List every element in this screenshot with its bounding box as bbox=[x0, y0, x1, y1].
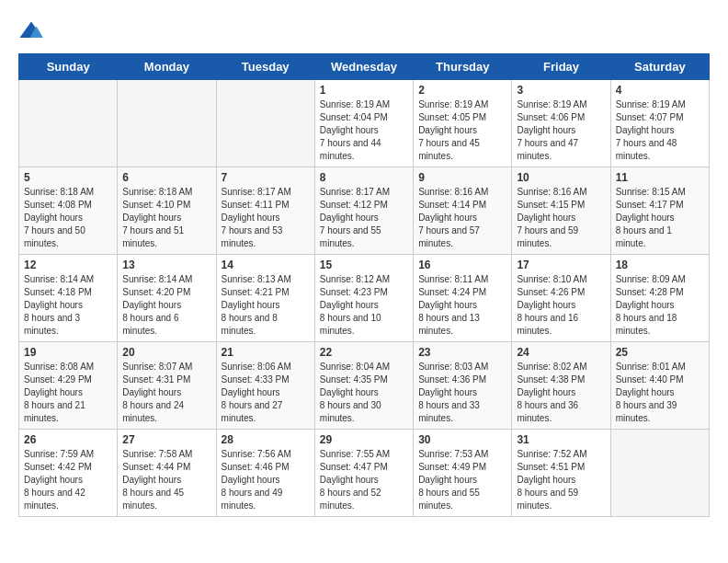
day-info: Sunrise: 8:13 AMSunset: 4:21 PMDaylight … bbox=[222, 273, 310, 338]
logo-icon bbox=[18, 18, 44, 44]
day-info: Sunrise: 8:19 AMSunset: 4:06 PMDaylight … bbox=[517, 98, 605, 163]
calendar-cell: 6Sunrise: 8:18 AMSunset: 4:10 PMDaylight… bbox=[118, 167, 216, 255]
day-number: 17 bbox=[517, 259, 605, 271]
day-info: Sunrise: 8:03 AMSunset: 4:36 PMDaylight … bbox=[418, 361, 506, 425]
day-info: Sunrise: 8:08 AMSunset: 4:29 PMDaylight … bbox=[24, 361, 112, 425]
day-number: 14 bbox=[222, 259, 310, 271]
calendar-cell: 11Sunrise: 8:15 AMSunset: 4:17 PMDayligh… bbox=[610, 167, 709, 255]
calendar-cell: 24Sunrise: 8:02 AMSunset: 4:38 PMDayligh… bbox=[512, 342, 610, 430]
calendar-cell: 22Sunrise: 8:04 AMSunset: 4:35 PMDayligh… bbox=[314, 342, 413, 430]
calendar-cell: 20Sunrise: 8:07 AMSunset: 4:31 PMDayligh… bbox=[118, 342, 216, 430]
day-info: Sunrise: 8:17 AMSunset: 4:12 PMDaylight … bbox=[320, 186, 408, 250]
day-info: Sunrise: 8:19 AMSunset: 4:07 PMDaylight … bbox=[616, 98, 704, 163]
calendar-cell bbox=[19, 80, 118, 167]
day-info: Sunrise: 8:11 AMSunset: 4:24 PMDaylight … bbox=[418, 273, 506, 338]
calendar-cell: 14Sunrise: 8:13 AMSunset: 4:21 PMDayligh… bbox=[216, 255, 314, 342]
calendar-week-1: 1Sunrise: 8:19 AMSunset: 4:04 PMDaylight… bbox=[19, 80, 710, 167]
day-number: 21 bbox=[222, 346, 310, 359]
calendar-cell: 23Sunrise: 8:03 AMSunset: 4:36 PMDayligh… bbox=[414, 342, 512, 430]
calendar-cell: 13Sunrise: 8:14 AMSunset: 4:20 PMDayligh… bbox=[118, 255, 216, 342]
day-number: 28 bbox=[222, 433, 310, 446]
calendar-cell: 28Sunrise: 7:56 AMSunset: 4:46 PMDayligh… bbox=[216, 430, 314, 517]
day-number: 5 bbox=[24, 171, 112, 184]
day-info: Sunrise: 8:07 AMSunset: 4:31 PMDaylight … bbox=[122, 361, 210, 425]
day-number: 8 bbox=[320, 171, 408, 184]
day-number: 15 bbox=[320, 259, 408, 271]
day-info: Sunrise: 8:12 AMSunset: 4:23 PMDaylight … bbox=[320, 273, 408, 338]
calendar-cell: 2Sunrise: 8:19 AMSunset: 4:05 PMDaylight… bbox=[414, 80, 512, 167]
calendar-cell: 12Sunrise: 8:14 AMSunset: 4:18 PMDayligh… bbox=[19, 255, 118, 342]
day-info: Sunrise: 8:15 AMSunset: 4:17 PMDaylight … bbox=[616, 186, 704, 250]
calendar-cell: 21Sunrise: 8:06 AMSunset: 4:33 PMDayligh… bbox=[216, 342, 314, 430]
weekday-header-tuesday: Tuesday bbox=[216, 54, 314, 80]
calendar-cell: 25Sunrise: 8:01 AMSunset: 4:40 PMDayligh… bbox=[610, 342, 709, 430]
day-info: Sunrise: 8:19 AMSunset: 4:05 PMDaylight … bbox=[418, 98, 506, 163]
calendar-cell: 9Sunrise: 8:16 AMSunset: 4:14 PMDaylight… bbox=[414, 167, 512, 255]
day-info: Sunrise: 7:53 AMSunset: 4:49 PMDaylight … bbox=[418, 448, 506, 512]
day-info: Sunrise: 8:14 AMSunset: 4:18 PMDaylight … bbox=[24, 273, 112, 338]
logo bbox=[18, 18, 48, 44]
day-number: 24 bbox=[517, 346, 605, 359]
calendar-header-row: SundayMondayTuesdayWednesdayThursdayFrid… bbox=[19, 54, 710, 80]
calendar-cell: 17Sunrise: 8:10 AMSunset: 4:26 PMDayligh… bbox=[512, 255, 610, 342]
day-info: Sunrise: 8:16 AMSunset: 4:14 PMDaylight … bbox=[418, 186, 506, 250]
day-info: Sunrise: 7:58 AMSunset: 4:44 PMDaylight … bbox=[122, 448, 210, 512]
day-number: 31 bbox=[517, 433, 605, 446]
day-info: Sunrise: 8:04 AMSunset: 4:35 PMDaylight … bbox=[320, 361, 408, 425]
day-number: 20 bbox=[122, 346, 210, 359]
calendar-cell: 30Sunrise: 7:53 AMSunset: 4:49 PMDayligh… bbox=[414, 430, 512, 517]
day-number: 11 bbox=[616, 171, 704, 184]
day-number: 13 bbox=[122, 259, 210, 271]
weekday-header-monday: Monday bbox=[118, 54, 216, 80]
day-number: 18 bbox=[616, 259, 704, 271]
calendar-cell: 8Sunrise: 8:17 AMSunset: 4:12 PMDaylight… bbox=[314, 167, 413, 255]
calendar-cell: 19Sunrise: 8:08 AMSunset: 4:29 PMDayligh… bbox=[19, 342, 118, 430]
day-info: Sunrise: 8:09 AMSunset: 4:28 PMDaylight … bbox=[616, 273, 704, 338]
calendar-cell: 3Sunrise: 8:19 AMSunset: 4:06 PMDaylight… bbox=[512, 80, 610, 167]
day-info: Sunrise: 8:02 AMSunset: 4:38 PMDaylight … bbox=[517, 361, 605, 425]
calendar-cell: 5Sunrise: 8:18 AMSunset: 4:08 PMDaylight… bbox=[19, 167, 118, 255]
page-header bbox=[18, 18, 710, 44]
calendar-cell bbox=[610, 430, 709, 517]
day-info: Sunrise: 7:55 AMSunset: 4:47 PMDaylight … bbox=[320, 448, 408, 512]
day-number: 16 bbox=[418, 259, 506, 271]
calendar-cell: 7Sunrise: 8:17 AMSunset: 4:11 PMDaylight… bbox=[216, 167, 314, 255]
day-number: 23 bbox=[418, 346, 506, 359]
weekday-header-friday: Friday bbox=[512, 54, 610, 80]
day-info: Sunrise: 7:59 AMSunset: 4:42 PMDaylight … bbox=[24, 448, 112, 512]
calendar-cell: 27Sunrise: 7:58 AMSunset: 4:44 PMDayligh… bbox=[118, 430, 216, 517]
calendar-cell: 4Sunrise: 8:19 AMSunset: 4:07 PMDaylight… bbox=[610, 80, 709, 167]
calendar-cell: 29Sunrise: 7:55 AMSunset: 4:47 PMDayligh… bbox=[314, 430, 413, 517]
day-info: Sunrise: 8:19 AMSunset: 4:04 PMDaylight … bbox=[320, 98, 408, 163]
day-number: 7 bbox=[222, 171, 310, 184]
day-info: Sunrise: 8:10 AMSunset: 4:26 PMDaylight … bbox=[517, 273, 605, 338]
day-number: 29 bbox=[320, 433, 408, 446]
day-number: 25 bbox=[616, 346, 704, 359]
weekday-header-wednesday: Wednesday bbox=[314, 54, 413, 80]
day-info: Sunrise: 8:18 AMSunset: 4:08 PMDaylight … bbox=[24, 186, 112, 250]
calendar-cell: 1Sunrise: 8:19 AMSunset: 4:04 PMDaylight… bbox=[314, 80, 413, 167]
day-info: Sunrise: 8:14 AMSunset: 4:20 PMDaylight … bbox=[122, 273, 210, 338]
day-number: 12 bbox=[24, 259, 112, 271]
calendar-cell: 15Sunrise: 8:12 AMSunset: 4:23 PMDayligh… bbox=[314, 255, 413, 342]
calendar-cell: 31Sunrise: 7:52 AMSunset: 4:51 PMDayligh… bbox=[512, 430, 610, 517]
calendar-cell: 26Sunrise: 7:59 AMSunset: 4:42 PMDayligh… bbox=[19, 430, 118, 517]
day-info: Sunrise: 8:16 AMSunset: 4:15 PMDaylight … bbox=[517, 186, 605, 250]
day-number: 10 bbox=[517, 171, 605, 184]
day-number: 4 bbox=[616, 84, 704, 97]
day-number: 22 bbox=[320, 346, 408, 359]
day-info: Sunrise: 7:52 AMSunset: 4:51 PMDaylight … bbox=[517, 448, 605, 512]
day-number: 2 bbox=[418, 84, 506, 97]
weekday-header-thursday: Thursday bbox=[414, 54, 512, 80]
day-number: 30 bbox=[418, 433, 506, 446]
day-info: Sunrise: 7:56 AMSunset: 4:46 PMDaylight … bbox=[222, 448, 310, 512]
calendar-week-3: 12Sunrise: 8:14 AMSunset: 4:18 PMDayligh… bbox=[19, 255, 710, 342]
day-info: Sunrise: 8:18 AMSunset: 4:10 PMDaylight … bbox=[122, 186, 210, 250]
day-number: 26 bbox=[24, 433, 112, 446]
calendar: SundayMondayTuesdayWednesdayThursdayFrid… bbox=[18, 53, 710, 517]
calendar-cell bbox=[118, 80, 216, 167]
day-number: 27 bbox=[122, 433, 210, 446]
calendar-week-5: 26Sunrise: 7:59 AMSunset: 4:42 PMDayligh… bbox=[19, 430, 710, 517]
calendar-cell: 16Sunrise: 8:11 AMSunset: 4:24 PMDayligh… bbox=[414, 255, 512, 342]
calendar-week-2: 5Sunrise: 8:18 AMSunset: 4:08 PMDaylight… bbox=[19, 167, 710, 255]
